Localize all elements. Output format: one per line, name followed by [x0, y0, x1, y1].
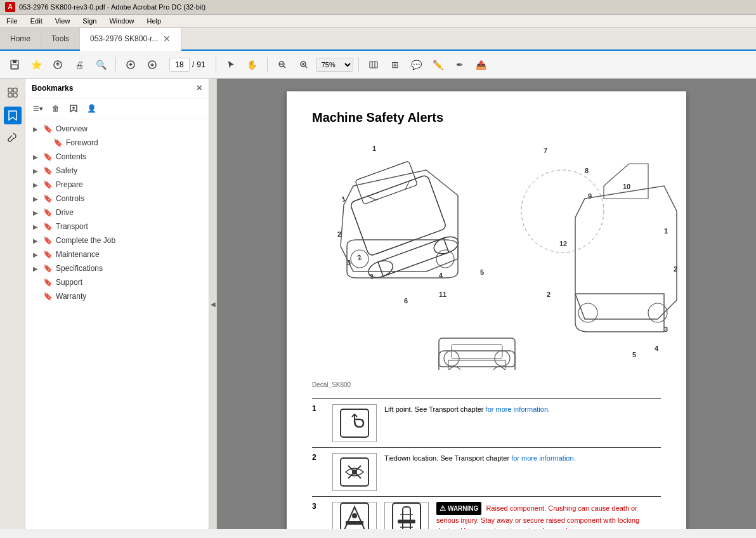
signature-button[interactable]: ✒	[450, 55, 469, 74]
comment-button[interactable]: 💬	[407, 55, 426, 74]
svg-text:7: 7	[544, 147, 547, 154]
menu-help[interactable]: Help	[141, 16, 168, 26]
drive-label: Drive	[56, 208, 74, 217]
svg-text:5: 5	[480, 268, 484, 276]
svg-text:1: 1	[664, 227, 668, 235]
locking-device-icon	[384, 502, 429, 529]
toolbar: ⭐ 🖨 🔍 / 91 ✋ 50% 75% 100% 125% 150% 200%	[0, 51, 756, 79]
svg-point-67	[352, 469, 357, 475]
prepare-arrow: ▶	[33, 181, 41, 188]
svg-rect-16	[8, 88, 12, 92]
select-tool-button[interactable]	[221, 55, 240, 74]
close-bookmarks-icon[interactable]: ✕	[196, 84, 202, 93]
menu-view[interactable]: View	[49, 16, 77, 26]
app-icon: A	[5, 2, 15, 12]
bookmark-warranty[interactable]: ▶ 🔖 Warranty	[25, 289, 209, 303]
svg-text:3: 3	[664, 325, 668, 333]
upload-button[interactable]	[48, 55, 67, 74]
svg-point-70	[352, 513, 357, 518]
maintenance-bm-icon: 🔖	[43, 250, 52, 259]
foreword-bm-icon: 🔖	[53, 138, 62, 147]
delete-bookmark-btn[interactable]: 🗑	[48, 101, 63, 116]
svg-text:10: 10	[623, 183, 630, 190]
controls-arrow: ▶	[33, 195, 41, 202]
svg-text:2: 2	[547, 291, 551, 298]
person-bookmark-btn[interactable]: 👤	[84, 101, 99, 116]
svg-line-8	[284, 66, 285, 68]
safety-bm-icon: 🔖	[43, 166, 52, 175]
alert-2-link[interactable]: for more information.	[511, 454, 575, 462]
svg-text:8: 8	[585, 167, 589, 174]
svg-text:2: 2	[356, 253, 363, 261]
main-area: Bookmarks ✕ ☰▾ 🗑 👤 ▶ 🔖 Overview ▶ 🔖 Fore…	[0, 79, 756, 529]
tab-home[interactable]: Home	[0, 28, 41, 49]
bookmark-complete-job[interactable]: ▶ 🔖 Complete the Job	[25, 233, 209, 247]
alert-row-3: 3	[312, 496, 661, 529]
svg-rect-17	[13, 88, 17, 92]
new-bookmark-btn[interactable]	[66, 101, 81, 116]
bookmark-drive[interactable]: ▶ 🔖 Drive	[25, 206, 209, 220]
two-page-button[interactable]: ⊞	[386, 55, 405, 74]
page-up-button[interactable]	[121, 55, 140, 74]
zoom-in-button[interactable]	[294, 55, 313, 74]
svg-text:3: 3	[368, 272, 375, 280]
specifications-arrow: ▶	[33, 265, 41, 272]
menu-window[interactable]: Window	[103, 16, 140, 26]
bookmarks-toolbar: ☰▾ 🗑 👤	[25, 98, 209, 119]
svg-rect-72	[403, 507, 410, 529]
menu-sign[interactable]: Sign	[76, 16, 103, 26]
pdf-page: Machine Safety Alerts	[287, 91, 686, 529]
bookmark-foreword[interactable]: ▶ 🔖 Foreword	[25, 136, 209, 150]
contents-bm-icon: 🔖	[43, 152, 52, 161]
row-1-num: 1	[312, 404, 325, 442]
fit-page-button[interactable]	[364, 55, 383, 74]
alert-1-link[interactable]: for more information.	[486, 405, 550, 413]
menu-edit[interactable]: Edit	[24, 16, 49, 26]
tab-doc[interactable]: 053-2976 SK800-r... ✕	[80, 28, 181, 51]
alert-2-text: Tiedown location. See Transport chapter …	[384, 453, 661, 491]
bookmarks-title: Bookmarks	[32, 84, 73, 93]
edit-button[interactable]: ✏️	[429, 55, 448, 74]
warning-badge: ⚠ WARNING	[436, 502, 481, 515]
close-tab-icon[interactable]: ✕	[163, 34, 171, 44]
page-thumbnails-sidebar-btn[interactable]	[4, 84, 22, 102]
bookmark-transport[interactable]: ▶ 🔖 Transport	[25, 220, 209, 233]
panel-collapse-btn[interactable]: ◀	[209, 79, 217, 529]
tab-home-label: Home	[10, 34, 30, 43]
bookmark-prepare[interactable]: ▶ 🔖 Prepare	[25, 178, 209, 192]
attachments-sidebar-btn[interactable]	[4, 129, 22, 147]
hand-tool-button[interactable]: ✋	[243, 55, 262, 74]
overview-arrow: ▶	[33, 126, 41, 133]
bookmark-controls[interactable]: ▶ 🔖 Controls	[25, 192, 209, 206]
tab-bar: Home Tools 053-2976 SK800-r... ✕	[0, 28, 756, 51]
controls-bm-icon: 🔖	[43, 194, 52, 203]
specifications-label: Specifications	[56, 264, 103, 273]
row-3-num: 3	[312, 502, 325, 529]
bookmark-contents[interactable]: ▶ 🔖 Contents	[25, 150, 209, 164]
share-button[interactable]: 📤	[472, 55, 491, 74]
alert-row-1: 1 Lift point. See Transport chapter for …	[312, 398, 661, 447]
page-number-input[interactable]	[169, 58, 190, 72]
bookmark-button[interactable]: ⭐	[27, 55, 46, 74]
tab-tools[interactable]: Tools	[41, 28, 80, 49]
warranty-bm-icon: 🔖	[43, 292, 52, 301]
menu-file[interactable]: File	[0, 16, 24, 26]
bookmark-maintenance[interactable]: ▶ 🔖 Maintenance	[25, 247, 209, 261]
bookmark-support[interactable]: ▶ 🔖 Support	[25, 275, 209, 289]
page-down-button[interactable]	[143, 55, 162, 74]
bookmarks-options-btn[interactable]: ☰▾	[30, 101, 46, 116]
bookmark-safety[interactable]: ▶ 🔖 Safety	[25, 164, 209, 178]
prepare-bm-icon: 🔖	[43, 180, 52, 189]
svg-text:1: 1	[341, 195, 347, 203]
print-button[interactable]: 🖨	[70, 55, 89, 74]
bookmark-specifications[interactable]: ▶ 🔖 Specifications	[25, 261, 209, 275]
zoom-out-button[interactable]	[273, 55, 292, 74]
save-button[interactable]	[5, 55, 24, 74]
pdf-area[interactable]: Machine Safety Alerts	[217, 79, 756, 529]
bookmarks-sidebar-btn[interactable]	[4, 107, 22, 124]
svg-point-45	[436, 250, 454, 268]
drive-bm-icon: 🔖	[43, 208, 52, 217]
bookmark-overview[interactable]: ▶ 🔖 Overview	[25, 122, 209, 136]
search-button[interactable]: 🔍	[91, 55, 110, 74]
zoom-select[interactable]: 50% 75% 100% 125% 150% 200%	[316, 58, 353, 72]
